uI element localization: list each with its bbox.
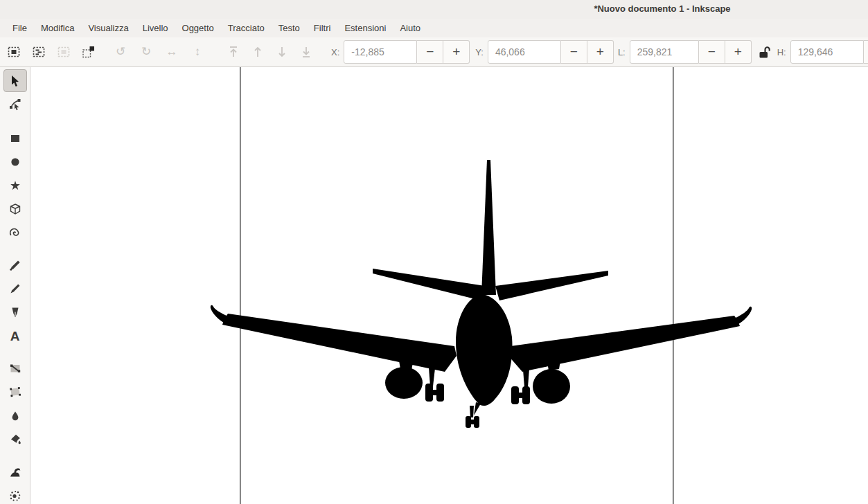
height-spinbox: 129,646 − +: [790, 40, 868, 64]
raise-to-top-icon[interactable]: [227, 45, 240, 59]
tool-calligraphy[interactable]: [3, 300, 27, 323]
flip-vertical-icon[interactable]: ↕: [191, 45, 204, 59]
node-editor-icon: [9, 98, 21, 111]
x-input[interactable]: -12,885: [344, 40, 417, 64]
box-3d-icon: [9, 203, 21, 215]
raise-lower-group: [227, 45, 313, 59]
x-spinbox: -12,885 − +: [344, 40, 470, 64]
tool-pencil[interactable]: [3, 253, 27, 276]
menu-modifica[interactable]: Modifica: [34, 20, 81, 36]
canvas-area[interactable]: [30, 67, 868, 504]
height-decrement-button[interactable]: −: [864, 40, 868, 64]
airplane-silhouette[interactable]: [211, 160, 752, 428]
inkscape-window: { "window": { "title": "*Nuovo documento…: [0, 0, 868, 504]
menu-tracciato[interactable]: Tracciato: [221, 20, 272, 36]
page-border-left: [240, 67, 241, 504]
window-title: *Nuovo documento 1 - Inkscape: [594, 3, 730, 14]
rotate-flip-group: ↺ ↻ ↔ ↕: [114, 45, 204, 59]
height-field-label: H:: [777, 47, 786, 57]
pencil-icon: [9, 259, 21, 271]
menubar: File Modifica Visualizza Livello Oggetto…: [0, 19, 868, 37]
width-increment-button[interactable]: +: [725, 40, 752, 64]
deselect-icon[interactable]: [57, 45, 71, 59]
y-input[interactable]: 46,066: [488, 40, 561, 64]
menu-oggetto[interactable]: Oggetto: [175, 20, 221, 36]
tool-pen[interactable]: [3, 277, 27, 300]
select-all-icon[interactable]: [7, 45, 21, 59]
tool-spray[interactable]: [3, 484, 27, 504]
rotate-ccw-icon[interactable]: ↺: [114, 45, 127, 59]
tool-ellipse[interactable]: [3, 150, 27, 173]
tool-tweak[interactable]: [3, 460, 27, 483]
tool-dropper[interactable]: [3, 404, 27, 426]
tool-box-3d[interactable]: [3, 197, 27, 220]
spray-icon: [9, 489, 21, 502]
tool-text[interactable]: A: [3, 325, 27, 348]
tool-mesh-gradient[interactable]: [3, 380, 27, 403]
tool-star[interactable]: [3, 174, 27, 197]
toolbox: A: [0, 67, 30, 504]
tool-paint-bucket[interactable]: [3, 427, 27, 450]
app-body: A: [0, 67, 868, 504]
text-tool-icon: A: [10, 330, 20, 343]
height-input[interactable]: 129,646: [790, 40, 864, 64]
selection-toolbar: ↺ ↻ ↔ ↕ X: -12,885 − + Y: 46,066 − + L: …: [0, 37, 868, 67]
mesh-gradient-icon: [9, 386, 21, 398]
rectangle-icon: [9, 132, 21, 145]
width-spinbox: 259,821 − +: [630, 40, 752, 64]
y-spinbox: 46,066 − +: [488, 40, 614, 64]
tool-rectangle[interactable]: [3, 127, 27, 150]
menu-file[interactable]: File: [6, 20, 34, 36]
titlebar: *Nuovo documento 1 - Inkscape: [0, 0, 868, 19]
selection-frame-icon[interactable]: [82, 45, 96, 59]
width-field-label: L:: [618, 47, 626, 57]
menu-visualizza[interactable]: Visualizza: [81, 20, 135, 36]
gradient-icon: [9, 362, 21, 375]
tool-selector[interactable]: [3, 69, 27, 92]
width-input[interactable]: 259,821: [630, 40, 699, 64]
page-border-right: [673, 67, 674, 504]
lock-ratio-toggle[interactable]: [759, 46, 770, 59]
menu-testo[interactable]: Testo: [272, 20, 307, 36]
ellipse-icon: [9, 156, 21, 168]
x-decrement-button[interactable]: −: [417, 40, 443, 64]
tool-node-editor[interactable]: [3, 93, 27, 116]
paint-bucket-icon: [9, 433, 21, 445]
menu-aiuto[interactable]: Aiuto: [393, 20, 427, 36]
y-field-label: Y:: [475, 47, 484, 57]
tool-spiral[interactable]: [3, 221, 27, 244]
tool-gradient[interactable]: [3, 357, 27, 379]
x-field-label: X:: [331, 47, 339, 57]
raise-icon[interactable]: [251, 45, 265, 59]
open-padlock-icon: [759, 46, 770, 59]
dropper-icon: [9, 409, 21, 422]
selection-icon-group: [7, 45, 96, 59]
menu-estensioni[interactable]: Estensioni: [337, 20, 393, 36]
x-increment-button[interactable]: +: [443, 40, 470, 64]
menu-livello[interactable]: Livello: [136, 20, 175, 36]
rotate-cw-icon[interactable]: ↻: [139, 45, 153, 59]
menu-filtri[interactable]: Filtri: [307, 20, 338, 36]
document-view: [30, 67, 868, 504]
flip-horizontal-icon[interactable]: ↔: [165, 45, 179, 59]
width-decrement-button[interactable]: −: [699, 40, 725, 64]
selector-arrow-icon: [9, 75, 21, 87]
select-all-layers-icon[interactable]: [32, 45, 46, 59]
spiral-icon: [9, 226, 21, 239]
y-increment-button[interactable]: +: [587, 40, 614, 64]
star-icon: [9, 179, 21, 192]
lower-icon[interactable]: [275, 45, 289, 59]
lower-to-bottom-icon[interactable]: [299, 45, 313, 59]
tweak-icon: [9, 466, 21, 478]
calligraphy-icon: [9, 306, 21, 318]
pen-icon: [9, 282, 21, 295]
y-decrement-button[interactable]: −: [561, 40, 587, 64]
